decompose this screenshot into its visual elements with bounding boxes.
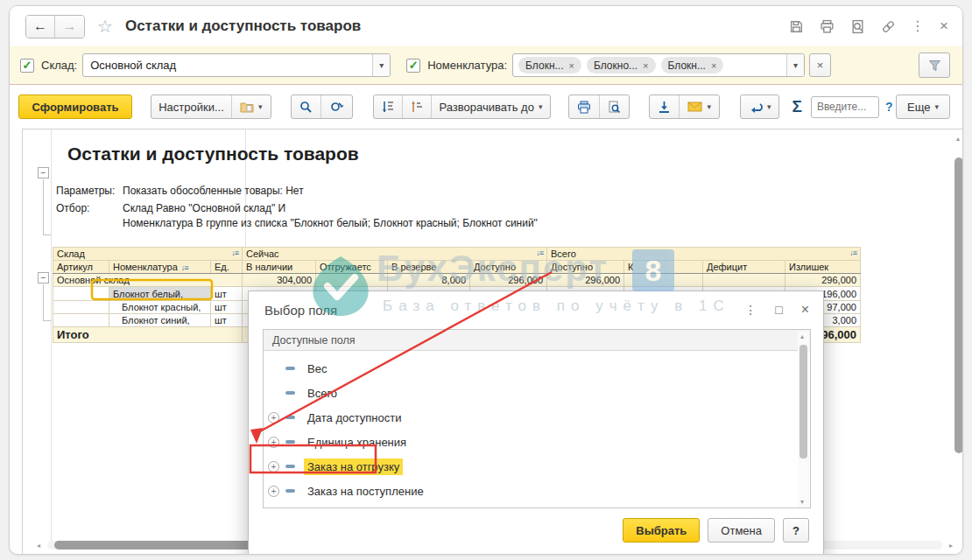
search-next-button[interactable] bbox=[321, 95, 352, 118]
scroll-down-icon[interactable]: ▾ bbox=[800, 498, 804, 506]
cell-otgruzhaets[interactable] bbox=[316, 274, 388, 287]
expand-plus-icon[interactable]: + bbox=[268, 437, 279, 448]
cell-nomenclatura[interactable]: Блокнот красный, bbox=[109, 301, 211, 314]
return-button[interactable]: ▾ bbox=[741, 95, 779, 118]
dialog-scrollbar[interactable]: ▴ ▾ bbox=[798, 331, 809, 508]
print-preview-button[interactable] bbox=[600, 95, 629, 118]
cell-ed[interactable]: шт bbox=[211, 301, 243, 314]
col-k[interactable]: К bbox=[624, 261, 703, 274]
cell-nomenclatura[interactable]: Блокнот белый, bbox=[109, 287, 211, 301]
back-icon[interactable]: ← bbox=[26, 16, 55, 38]
col-group-now[interactable]: Сейчас↓≡ bbox=[243, 248, 547, 261]
col-nomenclatura[interactable]: Номенклатура↓≡ bbox=[109, 261, 211, 274]
col-group-sklad[interactable]: Склад↓≡ bbox=[53, 248, 243, 261]
expand-to-button[interactable]: Разворачивать до ▾ bbox=[432, 95, 551, 118]
col-otgruzhaets[interactable]: Отгружаетс bbox=[316, 261, 388, 274]
cell-v-nalichii[interactable]: 304,000 bbox=[243, 274, 316, 287]
scroll-up-icon[interactable]: ▴ bbox=[956, 135, 960, 143]
sklad-dropdown-icon[interactable]: ▾ bbox=[372, 54, 390, 76]
col-artikul[interactable]: Артикул bbox=[53, 261, 109, 274]
cell-nomenclatura[interactable]: Блокнот синий, bbox=[109, 314, 211, 327]
print-icon[interactable] bbox=[819, 18, 835, 34]
list-item[interactable]: + Дата доступности bbox=[264, 405, 810, 430]
cell-v-rezerve[interactable]: 8,000 bbox=[388, 274, 470, 287]
sklad-checkbox[interactable]: ✓ bbox=[20, 59, 34, 73]
sort-icon[interactable]: ↓≡ bbox=[849, 248, 856, 257]
vertical-scrollbar[interactable]: ▴ bbox=[954, 135, 963, 550]
toolbar-help-button[interactable]: ? bbox=[885, 100, 893, 114]
scroll-up-icon[interactable]: ▴ bbox=[800, 332, 804, 340]
nomenclature-tag[interactable]: Блокн... × bbox=[518, 57, 581, 74]
sklad-input[interactable] bbox=[83, 54, 372, 76]
col-deficit[interactable]: Дефицит bbox=[703, 261, 785, 274]
settings-button[interactable]: Настройки... bbox=[151, 95, 232, 118]
col-v-rezerve[interactable]: В резерве bbox=[388, 261, 470, 274]
col-dostupno-total[interactable]: Доступно bbox=[547, 261, 624, 274]
sort-icon[interactable]: ↓≡ bbox=[536, 248, 543, 257]
filter-funnel-button[interactable] bbox=[919, 52, 950, 78]
nomenclature-tag[interactable]: Блокно... × bbox=[587, 57, 656, 74]
cancel-button[interactable]: Отмена bbox=[708, 518, 775, 542]
expand-plus-icon[interactable]: + bbox=[268, 486, 279, 497]
col-ed[interactable]: Ед. bbox=[211, 261, 243, 274]
sort-icon[interactable]: ↓≡ bbox=[181, 263, 188, 272]
print-button[interactable] bbox=[569, 95, 600, 118]
favorite-star-icon[interactable]: ☆ bbox=[97, 16, 113, 37]
clear-nomenclature-button[interactable]: × bbox=[809, 53, 831, 77]
search-button[interactable] bbox=[292, 95, 321, 118]
cell-artikul[interactable] bbox=[53, 287, 109, 301]
col-dostupno[interactable]: Доступно bbox=[470, 261, 547, 274]
scroll-right-icon[interactable]: ▸ bbox=[949, 542, 953, 550]
group-collapse-button[interactable]: − bbox=[38, 167, 49, 178]
tag-remove-icon[interactable]: × bbox=[711, 60, 716, 71]
col-v-nalichii[interactable]: В наличии bbox=[243, 261, 316, 274]
send-mail-button[interactable]: ▾ bbox=[680, 95, 719, 118]
nomenclature-dropdown-icon[interactable]: ▾ bbox=[786, 54, 804, 76]
nomenclature-tag[interactable]: Блокн... × bbox=[661, 57, 724, 74]
sum-icon[interactable]: Σ bbox=[792, 97, 801, 116]
save-icon[interactable] bbox=[788, 18, 804, 34]
report-variants-button[interactable]: ▾ bbox=[232, 95, 271, 118]
cell-dostupno-total[interactable]: 296,000 bbox=[547, 274, 624, 287]
list-item[interactable]: + Заказ на поступление bbox=[264, 479, 810, 503]
expand-plus-icon[interactable]: + bbox=[268, 412, 279, 424]
scroll-thumb[interactable] bbox=[954, 158, 963, 453]
close-icon[interactable]: × bbox=[940, 18, 948, 35]
cell-group-name[interactable]: Основной склад bbox=[53, 274, 243, 287]
dialog-more-icon[interactable]: ⋮ bbox=[744, 304, 757, 316]
generate-button[interactable]: Сформировать bbox=[18, 94, 132, 119]
cell-artikul[interactable] bbox=[53, 301, 109, 314]
cell-izlishek[interactable]: 296,000 bbox=[785, 274, 861, 287]
col-izlishek[interactable]: Излишек bbox=[785, 261, 861, 274]
list-item-highlighted[interactable]: + Заказ на отгрузку bbox=[264, 454, 810, 479]
group-collapse-button[interactable]: − bbox=[38, 272, 49, 284]
list-item[interactable]: Всего bbox=[264, 381, 810, 405]
cell-dostupno[interactable]: 296,000 bbox=[470, 274, 547, 287]
list-item[interactable]: Вес bbox=[264, 356, 810, 381]
select-button[interactable]: Выбрать bbox=[623, 518, 700, 542]
dialog-help-button[interactable]: ? bbox=[783, 518, 809, 542]
download-button[interactable] bbox=[650, 95, 680, 118]
forward-icon[interactable]: → bbox=[55, 16, 84, 38]
expand-groups-button[interactable] bbox=[403, 95, 432, 118]
cell-deficit[interactable] bbox=[703, 274, 785, 287]
dialog-close-icon[interactable]: × bbox=[801, 303, 809, 317]
nomenclature-checkbox[interactable]: ✓ bbox=[406, 59, 420, 73]
link-icon[interactable] bbox=[880, 18, 896, 34]
cell-ed[interactable]: шт bbox=[211, 314, 243, 327]
sort-icon[interactable]: ↓≡ bbox=[231, 248, 238, 257]
quick-search-input[interactable] bbox=[811, 96, 879, 118]
tag-field[interactable]: Блокн... × Блокно... × Блокн... × bbox=[513, 54, 786, 76]
dialog-maximize-icon[interactable]: □ bbox=[775, 304, 782, 316]
more-button[interactable]: Еще ▾ bbox=[896, 94, 950, 119]
cell-ed[interactable]: шт bbox=[211, 287, 243, 301]
preview-icon[interactable] bbox=[849, 18, 865, 34]
scroll-thumb[interactable] bbox=[799, 345, 807, 458]
tag-remove-icon[interactable]: × bbox=[643, 60, 648, 71]
cell-artikul[interactable] bbox=[53, 314, 109, 327]
cell-total-label[interactable]: Итого bbox=[53, 327, 243, 343]
list-item[interactable]: + Единица хранения bbox=[264, 430, 810, 454]
tag-remove-icon[interactable]: × bbox=[569, 60, 574, 71]
more-dots-icon[interactable]: ⋮ bbox=[911, 19, 925, 33]
collapse-groups-button[interactable] bbox=[374, 95, 403, 118]
